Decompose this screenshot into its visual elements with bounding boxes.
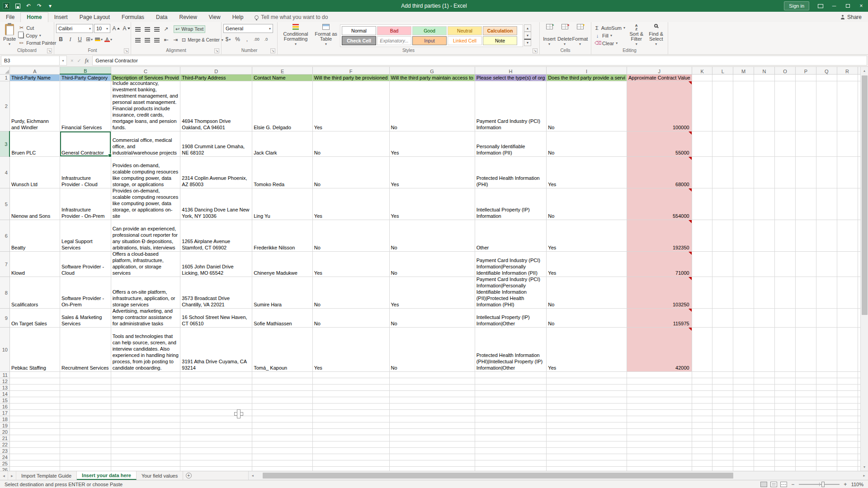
zoom-level[interactable]: 110% [851, 482, 863, 487]
cell-N8[interactable] [754, 277, 775, 309]
cell-P6[interactable] [795, 220, 816, 252]
row-header-2[interactable]: 2 [0, 81, 9, 131]
cell-E21[interactable] [252, 435, 313, 441]
cell-B19[interactable] [60, 422, 111, 429]
row-header-1[interactable]: 1 [0, 74, 9, 81]
cell-B9[interactable]: Sales & Marketing Services [60, 309, 111, 328]
row-header-25[interactable]: 25 [0, 460, 9, 467]
cell-B10[interactable]: Recruitment Services [60, 328, 111, 372]
cell-M18[interactable] [733, 416, 754, 422]
ribbon-display-options-button[interactable] [814, 1, 827, 11]
cell-F23[interactable] [312, 448, 389, 454]
font-size-combo[interactable]: 10▾ [94, 24, 110, 33]
cell-P3[interactable] [795, 131, 816, 157]
sheet-nav-right[interactable]: ▸ [8, 471, 16, 480]
cell-Q7[interactable] [816, 252, 837, 277]
cell-J25[interactable] [627, 460, 692, 467]
alignment-dialog-launcher[interactable]: ↘ [214, 48, 219, 53]
cell-E1[interactable]: Contact Name [252, 74, 313, 81]
tab-help[interactable]: Help [226, 13, 250, 22]
cell-style-check-cell[interactable]: Check Cell [342, 36, 376, 45]
cell-B24[interactable] [60, 454, 111, 460]
cell-C14[interactable] [111, 391, 180, 397]
cell-Q5[interactable] [816, 188, 837, 220]
column-header-E[interactable]: E [252, 67, 313, 74]
cell-J17[interactable] [627, 410, 692, 416]
cell-L16[interactable] [712, 404, 733, 410]
cell-L15[interactable] [712, 397, 733, 404]
cell-Q4[interactable] [816, 157, 837, 188]
cell-K18[interactable] [692, 416, 712, 422]
cell-D17[interactable] [180, 410, 252, 416]
cell-P2[interactable] [795, 81, 816, 131]
cell-C25[interactable] [111, 460, 180, 467]
cell-P18[interactable] [795, 416, 816, 422]
cell-Q3[interactable] [816, 131, 837, 157]
row-header-26[interactable]: 26 [0, 467, 9, 471]
cell-K10[interactable] [692, 328, 712, 372]
cell-C21[interactable] [111, 435, 180, 441]
cell-L2[interactable] [712, 81, 733, 131]
column-header-F[interactable]: F [312, 67, 389, 74]
cell-M17[interactable] [733, 410, 754, 416]
row-header-18[interactable]: 18 [0, 416, 9, 422]
sheet-tab-insert-your-data-here[interactable]: Insert your data here [77, 471, 137, 480]
cell-C18[interactable] [111, 416, 180, 422]
cell-P5[interactable] [795, 188, 816, 220]
merge-center-button[interactable]: ⊡Merge & Center▾ [180, 36, 225, 44]
cell-R21[interactable] [837, 435, 858, 441]
cell-G20[interactable] [389, 429, 475, 435]
cell-A9[interactable]: On Target Sales [9, 309, 60, 328]
row-header-17[interactable]: 17 [0, 410, 9, 416]
cell-D9[interactable]: 16 School Street New Haven, CT 06510 [180, 309, 252, 328]
cell-H5[interactable]: Intellectual Property (IP) Information [475, 188, 547, 220]
tell-me-box[interactable]: Tell me what you want to do [249, 14, 333, 22]
cell-R1[interactable] [837, 74, 858, 81]
cell-L1[interactable] [712, 74, 733, 81]
cell-H7[interactable]: Payment Card Industry (PCI) Information|… [475, 252, 547, 277]
column-header-Q[interactable]: Q [816, 67, 837, 74]
cell-A21[interactable] [9, 435, 60, 441]
undo-button[interactable]: ↶ [24, 1, 33, 11]
cell-B12[interactable] [60, 378, 111, 385]
cell-Q13[interactable] [816, 385, 837, 391]
sort-filter-button[interactable]: AZ Sort & Filter▾ [627, 23, 646, 47]
cell-R5[interactable] [837, 188, 858, 220]
close-button[interactable]: × [854, 1, 868, 11]
column-header-G[interactable]: G [389, 67, 475, 74]
cell-C6[interactable]: Can provide an experienced, professional… [111, 220, 180, 252]
cell-M24[interactable] [733, 454, 754, 460]
tab-data[interactable]: Data [150, 13, 173, 22]
horizontal-scrollbar[interactable]: ◂ ▸ [248, 471, 868, 480]
borders-button[interactable]: ⊞▾ [85, 35, 94, 44]
cell-K9[interactable] [692, 309, 712, 328]
cell-I20[interactable] [547, 429, 627, 435]
cell-A23[interactable] [9, 448, 60, 454]
cell-B7[interactable]: Software Provider - Cloud [60, 252, 111, 277]
column-header-R[interactable]: R [837, 67, 858, 74]
cell-M15[interactable] [733, 397, 754, 404]
cell-F16[interactable] [312, 404, 389, 410]
gallery-down-button[interactable]: ▾ [524, 32, 531, 39]
row-header-22[interactable]: 22 [0, 441, 9, 448]
cell-R25[interactable] [837, 460, 858, 467]
clipboard-dialog-launcher[interactable]: ↘ [47, 48, 52, 53]
cell-D3[interactable]: 1908 Crummit Lane Omaha, NE 68102 [180, 131, 252, 157]
cell-K13[interactable] [692, 385, 712, 391]
cell-F25[interactable] [312, 460, 389, 467]
cell-K4[interactable] [692, 157, 712, 188]
row-header-24[interactable]: 24 [0, 454, 9, 460]
cell-L8[interactable] [712, 277, 733, 309]
gallery-up-button[interactable]: ▴ [524, 24, 531, 32]
cell-A19[interactable] [9, 422, 60, 429]
cell-L6[interactable] [712, 220, 733, 252]
cell-J5[interactable]: 554000 [627, 188, 692, 220]
page-break-view-button[interactable] [780, 482, 787, 487]
cell-M16[interactable] [733, 404, 754, 410]
cell-C4[interactable]: Provides on-demand, scalable computing r… [111, 157, 180, 188]
cell-H14[interactable] [475, 391, 547, 397]
cell-O24[interactable] [775, 454, 796, 460]
cell-D24[interactable] [180, 454, 252, 460]
cell-C26[interactable] [111, 467, 180, 471]
cell-F9[interactable]: No [312, 309, 389, 328]
